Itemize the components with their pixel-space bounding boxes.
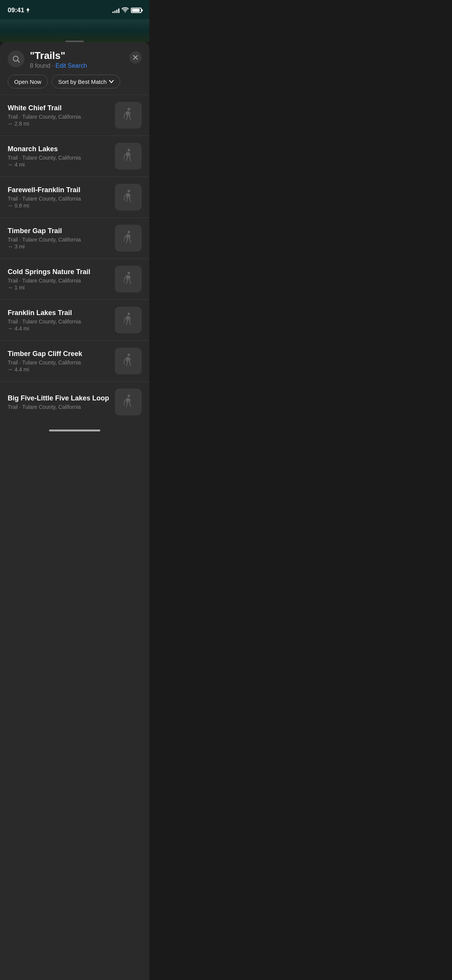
wifi-icon bbox=[122, 7, 129, 14]
trail-info: Timber Gap Trail Trail · Tulare County, … bbox=[8, 227, 115, 249]
home-indicator bbox=[0, 422, 149, 436]
svg-line-22 bbox=[124, 237, 125, 241]
close-button[interactable] bbox=[129, 51, 142, 64]
trail-distance: ↔ 4 mi bbox=[8, 162, 109, 168]
bottom-sheet: "Trails" 8 found · Edit Search Open Now … bbox=[0, 42, 149, 980]
trail-thumbnail bbox=[115, 348, 142, 374]
trail-name: Farewell-Franklin Trail bbox=[8, 186, 109, 194]
trail-info: Timber Gap Cliff Creek Trail · Tulare Co… bbox=[8, 350, 115, 372]
trail-distance: ↔ 0.8 mi bbox=[8, 203, 109, 209]
svg-line-30 bbox=[126, 280, 127, 284]
trail-meta: Trail · Tulare County, California bbox=[8, 155, 109, 161]
svg-point-8 bbox=[127, 149, 130, 151]
trail-name: Big Five-Little Five Lakes Loop bbox=[8, 394, 109, 403]
trail-name: Franklin Lakes Trail bbox=[8, 309, 109, 317]
trail-name: White Chief Trail bbox=[8, 104, 109, 113]
trail-info: Franklin Lakes Trail Trail · Tulare Coun… bbox=[8, 309, 115, 331]
search-icon-circle bbox=[8, 51, 24, 67]
open-now-button[interactable]: Open Now bbox=[8, 75, 48, 88]
trail-info: Monarch Lakes Trail · Tulare County, Cal… bbox=[8, 145, 115, 167]
trail-meta: Trail · Tulare County, California bbox=[8, 114, 109, 120]
status-time: 09:41 bbox=[8, 7, 30, 14]
trail-meta: Trail · Tulare County, California bbox=[8, 278, 109, 284]
svg-line-25 bbox=[129, 239, 131, 243]
trail-meta: Trail · Tulare County, California bbox=[8, 196, 109, 202]
svg-line-1 bbox=[18, 60, 20, 62]
svg-line-10 bbox=[124, 155, 125, 159]
trail-distance: ↔ 4.4 mi bbox=[8, 366, 109, 372]
svg-line-4 bbox=[124, 114, 125, 118]
svg-line-6 bbox=[126, 116, 127, 120]
home-bar bbox=[49, 430, 100, 431]
trail-thumbnail bbox=[115, 266, 142, 292]
chevron-down-icon bbox=[109, 79, 114, 84]
hiking-icon bbox=[121, 394, 136, 410]
svg-point-44 bbox=[127, 395, 130, 397]
svg-line-7 bbox=[129, 116, 131, 120]
battery-icon bbox=[131, 8, 142, 13]
svg-line-48 bbox=[126, 403, 127, 407]
svg-line-36 bbox=[126, 321, 127, 325]
svg-point-2 bbox=[127, 108, 130, 110]
hiking-icon bbox=[121, 149, 136, 164]
svg-line-42 bbox=[126, 362, 127, 366]
svg-line-46 bbox=[124, 401, 125, 405]
trail-distance: ↔ 1 mi bbox=[8, 284, 109, 291]
trail-item[interactable]: Farewell-Franklin Trail Trail · Tulare C… bbox=[0, 177, 149, 217]
svg-line-13 bbox=[129, 157, 131, 161]
hiking-icon bbox=[121, 271, 136, 287]
trail-thumbnail bbox=[115, 389, 142, 415]
hiking-icon bbox=[121, 108, 136, 123]
svg-line-37 bbox=[129, 321, 131, 325]
svg-point-32 bbox=[127, 313, 130, 315]
hiking-icon bbox=[121, 353, 136, 369]
trail-distance: ↔ 2.8 mi bbox=[8, 121, 109, 127]
trail-item[interactable]: Timber Gap Trail Trail · Tulare County, … bbox=[0, 218, 149, 258]
header-text: "Trails" 8 found · Edit Search bbox=[30, 50, 124, 69]
trail-info: Cold Springs Nature Trail Trail · Tulare… bbox=[8, 268, 115, 290]
trail-distance: ↔ 3 mi bbox=[8, 243, 109, 250]
hiking-icon bbox=[121, 312, 136, 328]
open-now-label: Open Now bbox=[14, 78, 41, 85]
trail-distance: ↔ 4.4 mi bbox=[8, 325, 109, 332]
sort-button[interactable]: Sort by Best Match bbox=[52, 75, 120, 88]
hiking-icon bbox=[121, 230, 136, 246]
trail-item[interactable]: Big Five-Little Five Lakes Loop Trail · … bbox=[0, 382, 149, 422]
svg-line-18 bbox=[126, 198, 127, 202]
sort-label: Sort by Best Match bbox=[58, 78, 107, 85]
trail-item[interactable]: White Chief Trail Trail · Tulare County,… bbox=[0, 95, 149, 136]
trail-meta: Trail · Tulare County, California bbox=[8, 237, 109, 243]
time-display: 09:41 bbox=[8, 7, 24, 14]
trail-info: White Chief Trail Trail · Tulare County,… bbox=[8, 104, 115, 126]
svg-line-28 bbox=[124, 278, 125, 282]
status-bar: 09:41 bbox=[0, 0, 149, 19]
trail-item[interactable]: Cold Springs Nature Trail Trail · Tulare… bbox=[0, 259, 149, 299]
svg-line-49 bbox=[129, 403, 131, 407]
location-icon bbox=[26, 8, 30, 13]
trail-name: Cold Springs Nature Trail bbox=[8, 268, 109, 276]
svg-point-26 bbox=[127, 272, 130, 274]
trail-thumbnail bbox=[115, 307, 142, 333]
close-icon bbox=[133, 55, 138, 60]
trail-item[interactable]: Timber Gap Cliff Creek Trail · Tulare Co… bbox=[0, 341, 149, 381]
trail-info: Big Five-Little Five Lakes Loop Trail · … bbox=[8, 394, 115, 410]
trail-thumbnail bbox=[115, 143, 142, 170]
svg-line-34 bbox=[124, 319, 125, 323]
svg-point-38 bbox=[127, 354, 130, 356]
trail-name: Timber Gap Trail bbox=[8, 227, 109, 235]
svg-point-20 bbox=[127, 231, 130, 233]
svg-line-16 bbox=[124, 196, 125, 200]
svg-point-14 bbox=[127, 190, 130, 192]
trail-meta: Trail · Tulare County, California bbox=[8, 359, 109, 366]
trail-meta: Trail · Tulare County, California bbox=[8, 318, 109, 325]
trail-item[interactable]: Monarch Lakes Trail · Tulare County, Cal… bbox=[0, 136, 149, 176]
trail-thumbnail bbox=[115, 184, 142, 211]
svg-line-31 bbox=[129, 280, 131, 284]
search-title: "Trails" bbox=[30, 50, 124, 62]
svg-line-24 bbox=[126, 239, 127, 243]
status-icons bbox=[113, 7, 142, 14]
trail-item[interactable]: Franklin Lakes Trail Trail · Tulare Coun… bbox=[0, 300, 149, 340]
signal-icon bbox=[113, 8, 119, 13]
edit-search-link[interactable]: Edit Search bbox=[55, 62, 87, 69]
found-count: 8 found bbox=[30, 62, 50, 69]
